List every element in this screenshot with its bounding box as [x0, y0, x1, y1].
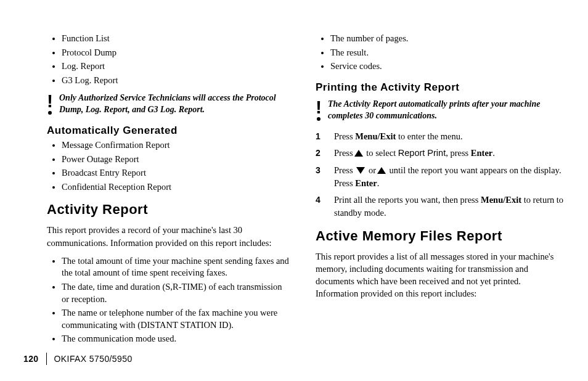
active-memory-paragraph: This report provides a list of all messa…	[316, 250, 565, 300]
column-left: Function List Protocol Dump Log. Report …	[47, 31, 290, 381]
step-text: to enter the menu.	[396, 131, 462, 141]
list-item: Confidential Reception Report	[62, 181, 290, 194]
up-arrow-icon	[377, 167, 386, 174]
heading-printing-activity: Printing the Activity Report	[316, 81, 565, 94]
list-item: The name or telephone number of the fax …	[62, 307, 290, 331]
list-item: The communication mode used.	[62, 333, 290, 345]
step-1: Press Menu/Exit to enter the menu.	[316, 130, 565, 143]
list-activity-includes: The total amount of time your machine sp…	[47, 255, 290, 345]
step-text: Press	[334, 165, 355, 175]
key-name: Menu/Exit	[481, 195, 521, 205]
steps-printing: Press Menu/Exit to enter the menu. Press…	[316, 130, 565, 219]
divider	[46, 353, 47, 365]
step-text: , press	[446, 148, 471, 158]
alert-text: The Activity Report automatically prints…	[328, 99, 565, 122]
list-item: Service codes.	[330, 60, 565, 73]
step-2: Press to select Report Print, press Ente…	[316, 147, 565, 160]
product-model: OKIFAX 5750/5950	[54, 354, 133, 364]
list-item: G3 Log. Report	[62, 75, 290, 87]
heading-auto-generated: Automatically Generated	[47, 125, 290, 137]
key-name: Enter	[355, 178, 377, 188]
step-text: Print all the reports you want, then pre…	[334, 195, 481, 205]
key-name: Menu/Exit	[355, 131, 396, 141]
list-item: The number of pages.	[330, 33, 565, 45]
list-item: Power Outage Report	[62, 154, 290, 166]
document-page: Function List Protocol Dump Log. Report …	[0, 0, 588, 381]
list-item: Log. Report	[62, 60, 290, 73]
list-item: The date, time and duration (S,R-TIME) o…	[62, 281, 290, 305]
activity-paragraph: This report provides a record of your ma…	[47, 224, 290, 249]
list-item: The result.	[330, 47, 565, 59]
list-item: Message Confirmation Report	[62, 139, 290, 152]
page-footer: 120 OKIFAX 5750/5950	[23, 353, 133, 365]
step-text: .	[492, 148, 495, 158]
menu-option: Report Print	[398, 148, 446, 158]
list-item: Protocol Dump	[62, 47, 290, 59]
list-item: Function List	[62, 33, 290, 45]
list-activity-includes-cont: The number of pages. The result. Service…	[316, 33, 565, 73]
step-text: .	[377, 178, 380, 188]
page-number: 120	[23, 354, 39, 364]
list-auto-generated: Message Confirmation Report Power Outage…	[47, 139, 290, 193]
alert-text: Only Authorized Service Technicians will…	[59, 92, 290, 116]
exclamation-icon: !	[47, 94, 53, 115]
step-text: to select	[364, 148, 398, 158]
list-function-reports: Function List Protocol Dump Log. Report …	[47, 33, 290, 86]
up-arrow-icon	[354, 150, 363, 157]
down-arrow-icon	[356, 167, 365, 174]
list-item: The total amount of time your machine sp…	[62, 255, 290, 279]
exclamation-icon: !	[316, 100, 322, 121]
heading-activity-report: Activity Report	[47, 202, 290, 218]
list-item: Broadcast Entry Report	[62, 167, 290, 179]
step-text: Press	[334, 148, 353, 158]
step-text: or	[366, 165, 376, 175]
column-right: The number of pages. The result. Service…	[316, 31, 565, 381]
step-text: Press	[334, 131, 355, 141]
step-4: Print all the reports you want, then pre…	[316, 194, 565, 219]
step-3: Press or until the report you want appea…	[316, 164, 565, 190]
alert-autoprint: ! The Activity Report automatically prin…	[316, 99, 565, 122]
heading-active-memory: Active Memory Files Report	[316, 228, 565, 244]
key-name: Enter	[471, 148, 492, 158]
alert-technicians: ! Only Authorized Service Technicians wi…	[47, 92, 290, 116]
